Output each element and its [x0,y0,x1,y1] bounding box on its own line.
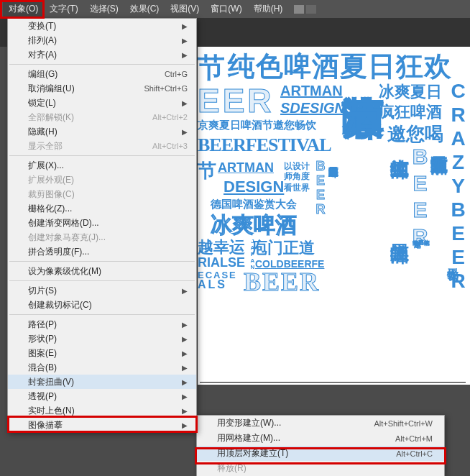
canvas-text: 疯狂啤酒 [379,101,442,123]
menu-object[interactable]: 对象(O) [3,0,44,18]
layout-switcher-icon[interactable] [294,5,316,14]
canvas-text: 纯色啤酒夏日狂欢 [228,48,452,85]
canvas-text: BEER [407,145,432,251]
canvas-text: 冰爽夏日 [379,81,442,103]
menu-separator [9,261,195,262]
document-canvas[interactable]: 节 纯色啤酒夏日狂欢 EER ARTMAN SDESIGN 冰爽夏日 疯狂啤酒 … [198,47,470,385]
top-menubar: 对象(O) 文字(T) 选择(S) 效果(C) 视图(V) 窗口(W) 帮助(H… [0,0,470,18]
canvas-text: 冰爽啤酒 [211,211,297,240]
menu-group[interactable]: 编组(G)Ctrl+G [8,67,196,81]
menu-hide[interactable]: 隐藏(H)▶ [8,124,196,139]
submenu-make-with-mesh[interactable]: 用网格建立(M)...Alt+Ctrl+M [197,431,444,446]
menu-gradient-mesh[interactable]: 创建渐变网格(D)... [8,216,196,230]
canvas-text: DESIGN [224,178,284,196]
canvas-text: 邀您喝 [387,122,443,147]
menu-window[interactable]: 窗口(W) [205,0,247,18]
menu-ungroup[interactable]: 取消编组(U)Shift+Ctrl+G [8,81,196,96]
canvas-text: JAPAN [249,238,256,270]
menu-shape[interactable]: 形状(P)▶ [8,331,196,346]
submenu-arrow-icon: ▶ [182,335,188,343]
menu-separator [9,64,195,65]
canvas-text: BEER [244,267,320,297]
menu-text[interactable]: 文字(T) [44,0,83,18]
canvas-text: 节 [198,158,216,183]
object-dropdown: 变换(T)▶ 排列(A)▶ 对齐(A)▶ 编组(G)Ctrl+G 取消编组(U)… [7,18,197,433]
menu-pattern[interactable]: 图案(E)▶ [8,346,196,360]
submenu-arrow-icon: ▶ [182,321,188,329]
canvas-text: RIALSE [198,255,245,270]
menu-unlock-all: 全部解锁(K)Alt+Ctrl+2 [8,110,196,124]
submenu-arrow-icon: ▶ [182,393,188,401]
menu-crop-marks[interactable]: 创建裁切标记(C) [8,298,196,312]
submenu-arrow-icon: ▶ [182,364,188,372]
selection-edge [200,381,466,383]
canvas-text: 师角度 [284,170,310,183]
submenu-arrow-icon: ▶ [182,407,188,415]
submenu-arrow-icon: ▶ [182,349,188,357]
canvas-text: BEER [313,159,328,216]
menu-separator [9,314,195,315]
submenu-release: 释放(R) [197,461,444,476]
submenu-arrow-icon: ▶ [182,287,188,295]
menu-transform[interactable]: 变换(T)▶ [8,19,196,33]
canvas-text: 德国啤酒鉴赏大会 [211,198,297,211]
submenu-arrow-icon: ▶ [182,421,188,429]
submenu-arrow-icon: ▶ [182,99,188,107]
canvas-text: ALS [198,278,227,291]
menu-help[interactable]: 帮助(H) [248,0,289,18]
menu-arrange[interactable]: 排列(A)▶ [8,33,196,47]
menu-crop-image: 裁剪图像(C) [8,187,196,201]
menu-slice[interactable]: 切片(S)▶ [8,283,196,298]
submenu-arrow-icon: ▶ [182,51,188,59]
menu-pixel-perfect[interactable]: 设为像素级优化(M) [8,264,196,278]
submenu-arrow-icon: ▶ [182,378,188,386]
menu-lock[interactable]: 锁定(L)▶ [8,96,196,110]
canvas-text: 看世界 [284,182,310,194]
menu-envelope-distort[interactable]: 封套扭曲(V)▶ [8,375,196,389]
canvas-text: CRAZYBEER [446,80,469,293]
submenu-arrow-icon: ▶ [182,22,188,30]
menu-select[interactable]: 选择(S) [84,0,124,18]
menu-flatten[interactable]: 拼合透明度(F)... [8,244,196,259]
menu-separator [9,280,195,281]
envelope-submenu: 用变形建立(W)...Alt+Shift+Ctrl+W 用网格建立(M)...A… [196,415,445,476]
menu-align[interactable]: 对齐(A)▶ [8,47,196,62]
canvas-text: BEERFESTIVAL [198,134,331,156]
submenu-make-with-top-object[interactable]: 用顶层对象建立(T)Alt+Ctrl+C [197,446,444,461]
menu-image-trace[interactable]: 图像描摹▶ [8,418,196,432]
submenu-arrow-icon: ▶ [182,37,188,45]
menu-view[interactable]: 视图(V) [165,0,205,18]
menu-expand[interactable]: 扩展(X)... [8,158,196,173]
menu-live-paint[interactable]: 实时上色(N)▶ [8,403,196,418]
canvas-text: 京爽夏日啤酒节邀您畅饮 [198,119,316,132]
menu-expand-appearance: 扩展外观(E) [8,173,196,187]
canvas-text: ARTMAN [218,160,274,175]
menu-blend[interactable]: 混合(B)▶ [8,360,196,375]
menu-perspective[interactable]: 透视(P)▶ [8,389,196,403]
menu-rasterize[interactable]: 栅格化(Z)... [8,201,196,216]
menu-path[interactable]: 路径(P)▶ [8,317,196,331]
canvas-text: 庖门正道 [252,237,315,259]
canvas-text: ARTMAN [280,83,343,99]
menu-object-mosaic: 创建对象马赛克(J)... [8,230,196,244]
menu-effect[interactable]: 效果(C) [124,0,165,18]
canvas-text: EER [198,81,275,120]
canvas-text: SDESIGN [280,100,345,116]
submenu-arrow-icon: ▶ [182,128,188,136]
menu-separator [9,155,195,156]
submenu-make-with-warp[interactable]: 用变形建立(W)...Alt+Shift+Ctrl+W [197,416,444,431]
menu-show-all: 显示全部Alt+Ctrl+3 [8,139,196,153]
